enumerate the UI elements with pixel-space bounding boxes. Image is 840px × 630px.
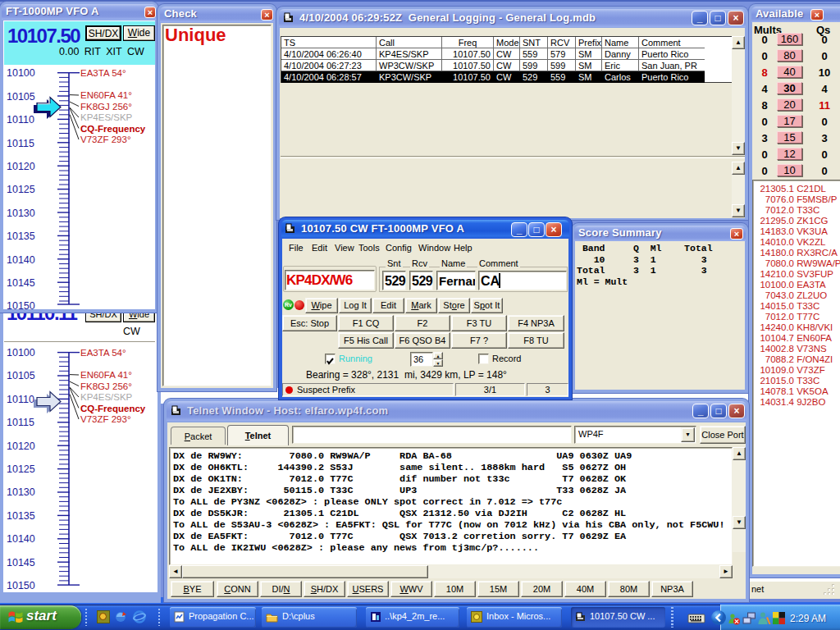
svg-text:10145: 10145 — [7, 557, 35, 568]
svg-text:10100: 10100 — [7, 67, 35, 79]
svg-text:EN60FA 41°: EN60FA 41° — [80, 370, 132, 380]
svg-text:10110: 10110 — [7, 114, 34, 126]
svg-text:FK8GJ 256°: FK8GJ 256° — [80, 381, 132, 391]
svg-text:KP4ES/SKP: KP4ES/SKP — [80, 112, 133, 122]
svg-text:10100: 10100 — [7, 347, 35, 358]
svg-text:10120: 10120 — [7, 441, 35, 452]
svg-text:10135: 10135 — [7, 510, 35, 522]
svg-text:10140: 10140 — [7, 533, 35, 545]
svg-text:10150: 10150 — [7, 300, 35, 311]
svg-text:KP4ES/SKP: KP4ES/SKP — [80, 392, 133, 402]
svg-text:10140: 10140 — [7, 254, 35, 266]
svg-text:10130: 10130 — [7, 208, 35, 219]
svg-text:10120: 10120 — [7, 161, 35, 172]
svg-text:10115: 10115 — [7, 417, 34, 428]
svg-text:FK8GJ 256°: FK8GJ 256° — [80, 102, 132, 112]
svg-text:V73ZF 293°: V73ZF 293° — [80, 135, 131, 144]
svg-text:10125: 10125 — [7, 463, 35, 475]
svg-text:10135: 10135 — [7, 231, 35, 242]
svg-text:CQ-Frequency: CQ-Frequency — [80, 124, 146, 134]
svg-text:EA3TA 54°: EA3TA 54° — [80, 348, 126, 358]
svg-text:EN60FA 41°: EN60FA 41° — [80, 90, 132, 100]
svg-text:10150: 10150 — [7, 580, 35, 591]
svg-text:10105: 10105 — [7, 370, 35, 381]
svg-text:10110: 10110 — [7, 394, 34, 405]
svg-text:10130: 10130 — [7, 486, 35, 498]
svg-text:10145: 10145 — [7, 277, 35, 289]
svg-text:10105: 10105 — [7, 91, 35, 103]
svg-text:EA3TA 54°: EA3TA 54° — [80, 68, 126, 78]
svg-text:10125: 10125 — [7, 184, 35, 195]
svg-text:CQ-Frequency: CQ-Frequency — [80, 404, 146, 413]
svg-text:V73ZF 293°: V73ZF 293° — [80, 414, 131, 424]
svg-text:10115: 10115 — [7, 138, 34, 149]
